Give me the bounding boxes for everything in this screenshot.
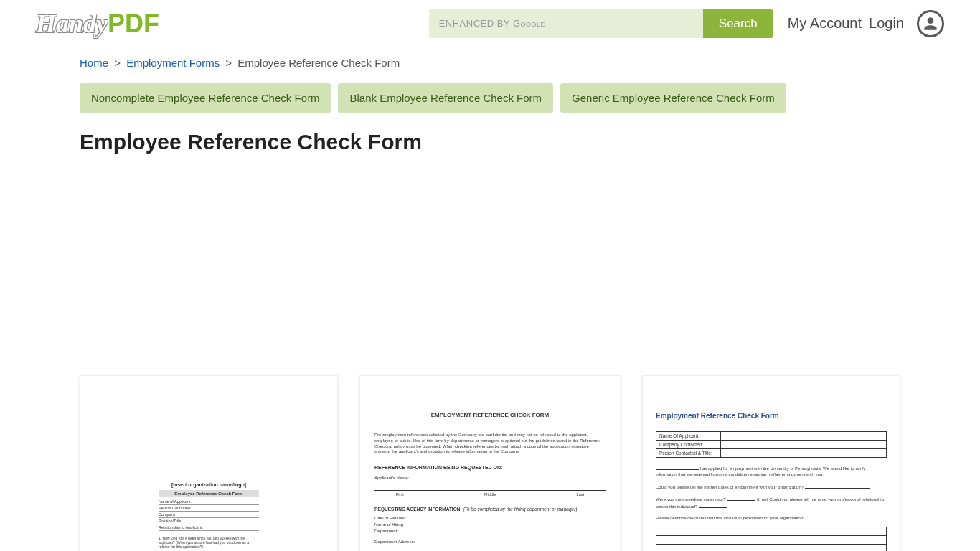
breadcrumb-employment-forms[interactable]: Employment Forms [126, 57, 220, 69]
login-link[interactable]: Login [869, 15, 904, 32]
card1-pretitle: [insert organization name/logo] [159, 482, 259, 487]
tag-noncomplete[interactable]: Noncomplete Employee Reference Check For… [80, 83, 331, 113]
form-card-1[interactable]: [insert organization name/logo] Employee… [80, 375, 338, 551]
search-button[interactable]: Search [703, 9, 773, 38]
site-logo[interactable]: HandyPDF [36, 9, 159, 39]
card2-title: EMPLOYMENT REFERENCE CHECK FORM [374, 412, 606, 418]
tag-blank[interactable]: Blank Employee Reference Check Form [338, 83, 553, 113]
related-tags: Noncomplete Employee Reference Check For… [80, 83, 900, 113]
tag-generic[interactable]: Generic Employee Reference Check Form [560, 83, 786, 113]
breadcrumb: Home > Employment Forms > Employee Refer… [80, 47, 900, 79]
ad-space [80, 167, 900, 368]
breadcrumb-home[interactable]: Home [80, 57, 108, 69]
form-card-3[interactable]: Employment Reference Check Form Name Of … [642, 375, 900, 551]
card2-para: Pre-employment references solicited by t… [374, 433, 606, 455]
account-links: My Account Login [788, 10, 944, 37]
search-container: Search [429, 9, 773, 38]
my-account-link[interactable]: My Account [788, 15, 862, 32]
card3-title: Employment Reference Check Form [656, 412, 887, 420]
breadcrumb-current: Employee Reference Check Form [237, 57, 400, 69]
avatar-icon[interactable] [917, 10, 944, 37]
card1-title: Employee Reference Check Form [159, 490, 259, 497]
page-title: Employee Reference Check Form [80, 130, 900, 154]
form-card-2[interactable]: EMPLOYMENT REFERENCE CHECK FORM Pre-empl… [359, 375, 621, 551]
search-input[interactable] [429, 9, 703, 38]
